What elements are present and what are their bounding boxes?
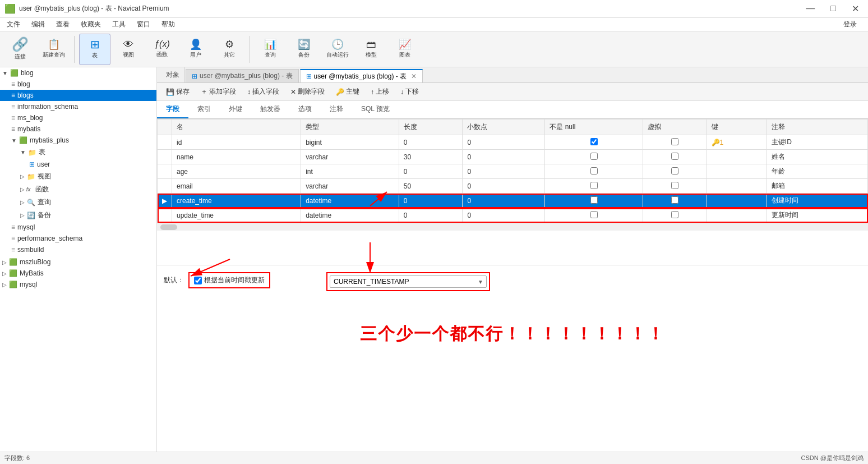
virtual-checkbox[interactable]	[671, 138, 678, 145]
tab-bar-object[interactable]: 对象	[161, 67, 184, 82]
horizontal-scrollbar[interactable]	[157, 223, 868, 231]
field-comment[interactable]: 更新时间	[767, 208, 867, 223]
sub-tab-indexes[interactable]: 索引	[188, 101, 220, 118]
field-decimal[interactable]: 0	[463, 135, 545, 150]
virtual-checkbox[interactable]	[671, 196, 678, 204]
table-row[interactable]: id bigint 0 0 🔑1 主键ID	[158, 135, 868, 150]
field-not-null[interactable]	[545, 150, 643, 164]
field-comment[interactable]: 主键ID	[767, 135, 867, 150]
menu-window[interactable]: 窗口	[132, 19, 155, 30]
default-value-dropdown[interactable]: CURRENT_TIMESTAMP	[330, 275, 487, 288]
menu-tools[interactable]: 工具	[108, 19, 130, 30]
field-virtual[interactable]	[643, 135, 707, 150]
field-name[interactable]: create_time	[172, 194, 301, 208]
sub-tab-foreign-keys[interactable]: 外键	[220, 101, 251, 118]
field-not-null[interactable]	[545, 164, 643, 179]
save-button[interactable]: 💾 保存	[161, 85, 194, 98]
minimize-button[interactable]: —	[801, 3, 819, 14]
sidebar-item-mybatis2[interactable]: ▷ 🟩 MyBatis	[0, 268, 156, 279]
table-row[interactable]: age int 0 0 年龄	[158, 164, 868, 179]
menu-favorites[interactable]: 收藏夹	[76, 19, 105, 30]
table-row[interactable]: name varchar 30 0 姓名	[158, 150, 868, 164]
sidebar-item-tables-folder[interactable]: ▼ 📁 表	[0, 146, 156, 159]
sidebar-item-blog-root[interactable]: ▼ 🟩 blog	[0, 67, 156, 79]
field-decimal[interactable]: 0	[463, 150, 545, 164]
toolbar-new-query[interactable]: 📋 新建查询	[38, 34, 70, 65]
sidebar-item-mysql[interactable]: ≡ mysql	[0, 222, 156, 233]
field-not-null[interactable]	[545, 179, 643, 194]
menu-view[interactable]: 查看	[52, 19, 74, 30]
toolbar-auto-run[interactable]: 🕒 自动运行	[322, 34, 353, 65]
move-up-button[interactable]: ↑ 上移	[366, 85, 394, 98]
menu-help[interactable]: 帮助	[157, 19, 179, 30]
table-row-create-time[interactable]: ▶ create_time datetime 0 0 创建时间	[158, 194, 868, 208]
sub-tab-options[interactable]: 选项	[289, 101, 321, 118]
close-button[interactable]: ✕	[847, 3, 864, 14]
sidebar-item-blog[interactable]: ≡ blog	[0, 79, 156, 90]
toolbar-other[interactable]: ⚙ 其它	[214, 34, 245, 65]
primary-key-button[interactable]: 🔑 主键	[331, 85, 364, 98]
update-on-current-time-checkbox[interactable]	[194, 277, 202, 284]
delete-field-button[interactable]: ✕ 删除字段	[286, 85, 329, 98]
add-field-button[interactable]: ＋ 添加字段	[196, 85, 241, 98]
virtual-checkbox[interactable]	[671, 211, 678, 218]
field-virtual[interactable]	[643, 179, 707, 194]
field-type[interactable]: varchar	[301, 179, 399, 194]
virtual-checkbox[interactable]	[671, 167, 678, 174]
menu-file[interactable]: 文件	[2, 19, 25, 30]
toolbar-view[interactable]: 👁 视图	[113, 34, 144, 65]
field-type[interactable]: int	[301, 164, 399, 179]
sidebar-item-ms-blog[interactable]: ≡ ms_blog	[0, 112, 156, 123]
field-type[interactable]: datetime	[301, 208, 399, 223]
maximize-button[interactable]: □	[826, 3, 841, 14]
not-null-checkbox[interactable]	[590, 182, 598, 189]
sidebar-item-ssmbuild[interactable]: ≡ ssmbuild	[0, 244, 156, 255]
sub-tab-comments[interactable]: 注释	[321, 101, 352, 118]
field-not-null[interactable]	[545, 135, 643, 150]
sidebar-item-views-folder[interactable]: ▷ 📁 视图	[0, 170, 156, 183]
field-name[interactable]: update_time	[172, 208, 301, 223]
field-virtual[interactable]	[643, 194, 707, 208]
field-comment[interactable]: 年龄	[767, 164, 867, 179]
field-name[interactable]: age	[172, 164, 301, 179]
field-length[interactable]: 0	[399, 164, 463, 179]
field-decimal[interactable]: 0	[463, 194, 545, 208]
toolbar-chart[interactable]: 📈 图表	[389, 34, 421, 65]
field-decimal[interactable]: 0	[463, 208, 545, 223]
virtual-checkbox[interactable]	[671, 153, 678, 160]
toolbar-user[interactable]: 👤 用户	[180, 34, 211, 65]
sidebar-item-information-schema[interactable]: ≡ information_schema	[0, 101, 156, 112]
login-button[interactable]: 登录	[839, 19, 861, 30]
field-length[interactable]: 50	[399, 179, 463, 194]
sidebar-item-mszlublog[interactable]: ▷ 🟩 mszluBlog	[0, 256, 156, 268]
insert-field-button[interactable]: ↕ 插入字段	[243, 85, 284, 98]
sub-tab-fields[interactable]: 字段	[157, 101, 188, 118]
sidebar-item-mybatis-plus[interactable]: ▼ 🟩 mybatis_plus	[0, 135, 156, 146]
move-down-button[interactable]: ↓ 下移	[396, 85, 423, 98]
sidebar-item-mysql2[interactable]: ▷ 🟩 mysql	[0, 279, 156, 290]
field-virtual[interactable]	[643, 208, 707, 223]
field-name[interactable]: email	[172, 179, 301, 194]
field-decimal[interactable]: 0	[463, 164, 545, 179]
sidebar-item-mybatis[interactable]: ≡ mybatis	[0, 123, 156, 135]
field-comment[interactable]: 邮箱	[767, 179, 867, 194]
sidebar-item-queries-folder[interactable]: ▷ 🔍 查询	[0, 196, 156, 209]
field-not-null[interactable]	[545, 194, 643, 208]
field-virtual[interactable]	[643, 164, 707, 179]
toolbar-query[interactable]: 📊 查询	[255, 34, 286, 65]
tab-2-close-icon[interactable]: ✕	[411, 72, 417, 80]
sidebar-item-functions-folder[interactable]: ▷ fx 函数	[0, 183, 156, 196]
sidebar-item-user-table[interactable]: ⊞ user	[0, 159, 156, 170]
toolbar-backup[interactable]: 🔄 备份	[288, 34, 320, 65]
not-null-checkbox[interactable]	[590, 167, 598, 174]
tab-2[interactable]: ⊞ user @mybatis_plus (blog) - 表 ✕	[300, 69, 423, 82]
field-type[interactable]: varchar	[301, 150, 399, 164]
field-virtual[interactable]	[643, 150, 707, 164]
sidebar-item-backup-folder[interactable]: ▷ 🔄 备份	[0, 209, 156, 222]
virtual-checkbox[interactable]	[671, 182, 678, 189]
not-null-checkbox[interactable]	[590, 211, 598, 218]
sidebar-item-blogs[interactable]: ≡ blogs	[0, 90, 156, 101]
toolbar-table[interactable]: ⊞ 表	[79, 34, 110, 65]
field-length[interactable]: 30	[399, 150, 463, 164]
field-length[interactable]: 0	[399, 194, 463, 208]
